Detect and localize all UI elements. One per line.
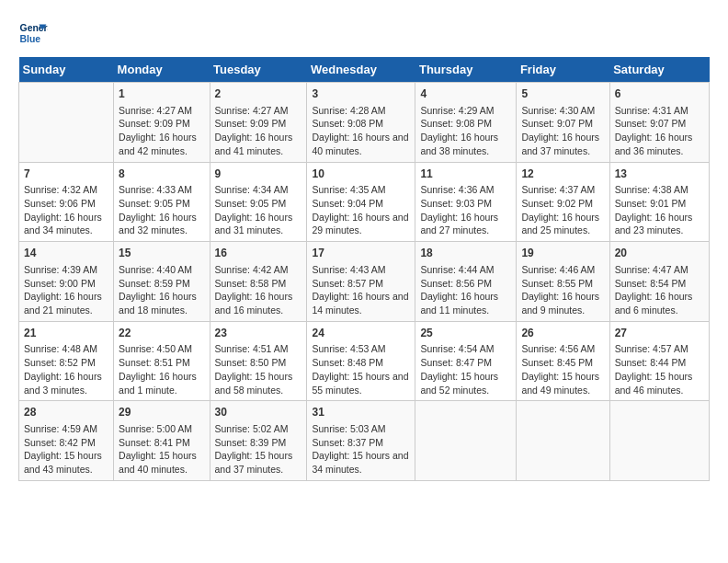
logo-icon: General Blue bbox=[18, 18, 48, 48]
day-cell: 22Sunrise: 4:50 AMSunset: 8:51 PMDayligh… bbox=[114, 321, 210, 401]
day-info: Sunrise: 4:44 AMSunset: 8:56 PMDaylight:… bbox=[420, 263, 511, 317]
day-cell: 23Sunrise: 4:51 AMSunset: 8:50 PMDayligh… bbox=[210, 321, 307, 401]
day-cell: 16Sunrise: 4:42 AMSunset: 8:58 PMDayligh… bbox=[210, 242, 307, 322]
day-cell bbox=[415, 401, 517, 481]
day-number: 15 bbox=[119, 246, 204, 261]
day-info: Sunrise: 4:48 AMSunset: 8:52 PMDaylight:… bbox=[24, 342, 108, 396]
day-cell: 28Sunrise: 4:59 AMSunset: 8:42 PMDayligh… bbox=[19, 401, 114, 481]
day-number: 17 bbox=[312, 246, 410, 261]
day-number: 16 bbox=[215, 246, 302, 261]
week-row-3: 14Sunrise: 4:39 AMSunset: 9:00 PMDayligh… bbox=[19, 242, 710, 322]
day-info: Sunrise: 4:27 AMSunset: 9:09 PMDaylight:… bbox=[119, 104, 204, 158]
svg-text:Blue: Blue bbox=[20, 34, 41, 44]
day-number: 31 bbox=[312, 405, 410, 420]
day-number: 19 bbox=[521, 246, 604, 261]
day-info: Sunrise: 4:57 AMSunset: 8:44 PMDaylight:… bbox=[615, 342, 704, 396]
day-number: 25 bbox=[420, 326, 511, 341]
day-info: Sunrise: 4:40 AMSunset: 8:59 PMDaylight:… bbox=[119, 263, 204, 317]
day-number: 14 bbox=[24, 246, 108, 261]
day-cell: 3Sunrise: 4:28 AMSunset: 9:08 PMDaylight… bbox=[307, 83, 415, 163]
day-info: Sunrise: 4:27 AMSunset: 9:09 PMDaylight:… bbox=[215, 104, 302, 158]
day-info: Sunrise: 4:35 AMSunset: 9:04 PMDaylight:… bbox=[312, 183, 410, 237]
day-info: Sunrise: 4:56 AMSunset: 8:45 PMDaylight:… bbox=[521, 342, 604, 396]
day-cell: 7Sunrise: 4:32 AMSunset: 9:06 PMDaylight… bbox=[19, 162, 114, 242]
day-number: 22 bbox=[119, 326, 204, 341]
day-info: Sunrise: 4:51 AMSunset: 8:50 PMDaylight:… bbox=[215, 342, 302, 396]
day-number: 29 bbox=[119, 405, 204, 420]
day-number: 7 bbox=[24, 167, 108, 182]
day-cell: 9Sunrise: 4:34 AMSunset: 9:05 PMDaylight… bbox=[210, 162, 307, 242]
header-row: SundayMondayTuesdayWednesdayThursdayFrid… bbox=[19, 57, 710, 83]
day-info: Sunrise: 4:54 AMSunset: 8:47 PMDaylight:… bbox=[420, 342, 511, 396]
day-cell: 4Sunrise: 4:29 AMSunset: 9:08 PMDaylight… bbox=[415, 83, 517, 163]
day-info: Sunrise: 4:59 AMSunset: 8:42 PMDaylight:… bbox=[24, 422, 108, 477]
week-row-4: 21Sunrise: 4:48 AMSunset: 8:52 PMDayligh… bbox=[19, 321, 710, 401]
col-header-friday: Friday bbox=[517, 57, 609, 83]
day-info: Sunrise: 4:39 AMSunset: 9:00 PMDaylight:… bbox=[24, 263, 108, 317]
day-info: Sunrise: 4:31 AMSunset: 9:07 PMDaylight:… bbox=[615, 104, 704, 158]
col-header-wednesday: Wednesday bbox=[307, 57, 415, 83]
day-info: Sunrise: 4:43 AMSunset: 8:57 PMDaylight:… bbox=[312, 263, 410, 317]
day-info: Sunrise: 4:46 AMSunset: 8:55 PMDaylight:… bbox=[521, 263, 604, 317]
day-info: Sunrise: 4:30 AMSunset: 9:07 PMDaylight:… bbox=[521, 104, 604, 158]
day-cell: 18Sunrise: 4:44 AMSunset: 8:56 PMDayligh… bbox=[415, 242, 517, 322]
day-info: Sunrise: 4:47 AMSunset: 8:54 PMDaylight:… bbox=[615, 263, 704, 317]
day-info: Sunrise: 5:03 AMSunset: 8:37 PMDaylight:… bbox=[312, 422, 410, 477]
day-info: Sunrise: 4:50 AMSunset: 8:51 PMDaylight:… bbox=[119, 342, 204, 396]
day-cell: 10Sunrise: 4:35 AMSunset: 9:04 PMDayligh… bbox=[307, 162, 415, 242]
day-cell: 5Sunrise: 4:30 AMSunset: 9:07 PMDaylight… bbox=[517, 83, 609, 163]
day-info: Sunrise: 4:53 AMSunset: 8:48 PMDaylight:… bbox=[312, 342, 410, 396]
day-info: Sunrise: 4:38 AMSunset: 9:01 PMDaylight:… bbox=[615, 183, 704, 237]
day-number: 21 bbox=[24, 326, 108, 341]
day-cell: 25Sunrise: 4:54 AMSunset: 8:47 PMDayligh… bbox=[415, 321, 517, 401]
day-number: 13 bbox=[615, 167, 704, 182]
day-cell: 12Sunrise: 4:37 AMSunset: 9:02 PMDayligh… bbox=[517, 162, 609, 242]
col-header-monday: Monday bbox=[114, 57, 210, 83]
day-cell: 13Sunrise: 4:38 AMSunset: 9:01 PMDayligh… bbox=[609, 162, 709, 242]
day-number: 30 bbox=[215, 405, 302, 420]
day-number: 12 bbox=[521, 167, 604, 182]
day-cell: 14Sunrise: 4:39 AMSunset: 9:00 PMDayligh… bbox=[19, 242, 114, 322]
col-header-tuesday: Tuesday bbox=[210, 57, 307, 83]
day-cell: 8Sunrise: 4:33 AMSunset: 9:05 PMDaylight… bbox=[114, 162, 210, 242]
day-number: 5 bbox=[521, 86, 604, 102]
day-info: Sunrise: 4:42 AMSunset: 8:58 PMDaylight:… bbox=[215, 263, 302, 317]
day-info: Sunrise: 5:00 AMSunset: 8:41 PMDaylight:… bbox=[119, 422, 204, 477]
day-number: 24 bbox=[312, 326, 410, 341]
day-number: 23 bbox=[215, 326, 302, 341]
day-info: Sunrise: 4:36 AMSunset: 9:03 PMDaylight:… bbox=[420, 183, 511, 237]
day-cell: 24Sunrise: 4:53 AMSunset: 8:48 PMDayligh… bbox=[307, 321, 415, 401]
header: General Blue bbox=[18, 18, 710, 48]
week-row-2: 7Sunrise: 4:32 AMSunset: 9:06 PMDaylight… bbox=[19, 162, 710, 242]
day-cell: 19Sunrise: 4:46 AMSunset: 8:55 PMDayligh… bbox=[517, 242, 609, 322]
day-cell: 31Sunrise: 5:03 AMSunset: 8:37 PMDayligh… bbox=[307, 401, 415, 481]
week-row-1: 1Sunrise: 4:27 AMSunset: 9:09 PMDaylight… bbox=[19, 83, 710, 163]
day-number: 3 bbox=[312, 86, 410, 102]
col-header-sunday: Sunday bbox=[19, 57, 114, 83]
day-number: 10 bbox=[312, 167, 410, 182]
day-cell: 15Sunrise: 4:40 AMSunset: 8:59 PMDayligh… bbox=[114, 242, 210, 322]
day-number: 11 bbox=[420, 167, 511, 182]
day-info: Sunrise: 4:33 AMSunset: 9:05 PMDaylight:… bbox=[119, 183, 204, 237]
week-row-5: 28Sunrise: 4:59 AMSunset: 8:42 PMDayligh… bbox=[19, 401, 710, 481]
day-info: Sunrise: 4:29 AMSunset: 9:08 PMDaylight:… bbox=[420, 104, 511, 158]
day-info: Sunrise: 5:02 AMSunset: 8:39 PMDaylight:… bbox=[215, 422, 302, 477]
day-number: 8 bbox=[119, 167, 204, 182]
day-number: 18 bbox=[420, 246, 511, 261]
day-cell: 20Sunrise: 4:47 AMSunset: 8:54 PMDayligh… bbox=[609, 242, 709, 322]
day-number: 1 bbox=[119, 86, 204, 102]
day-cell: 27Sunrise: 4:57 AMSunset: 8:44 PMDayligh… bbox=[609, 321, 709, 401]
day-number: 20 bbox=[615, 246, 704, 261]
day-number: 2 bbox=[215, 86, 302, 102]
day-info: Sunrise: 4:32 AMSunset: 9:06 PMDaylight:… bbox=[24, 183, 108, 237]
col-header-saturday: Saturday bbox=[609, 57, 709, 83]
day-cell: 1Sunrise: 4:27 AMSunset: 9:09 PMDaylight… bbox=[114, 83, 210, 163]
logo: General Blue bbox=[18, 18, 51, 48]
day-number: 6 bbox=[615, 86, 704, 102]
col-header-thursday: Thursday bbox=[415, 57, 517, 83]
day-cell: 29Sunrise: 5:00 AMSunset: 8:41 PMDayligh… bbox=[114, 401, 210, 481]
day-cell bbox=[19, 83, 114, 163]
day-number: 26 bbox=[521, 326, 604, 341]
day-cell: 21Sunrise: 4:48 AMSunset: 8:52 PMDayligh… bbox=[19, 321, 114, 401]
day-number: 28 bbox=[24, 405, 108, 420]
